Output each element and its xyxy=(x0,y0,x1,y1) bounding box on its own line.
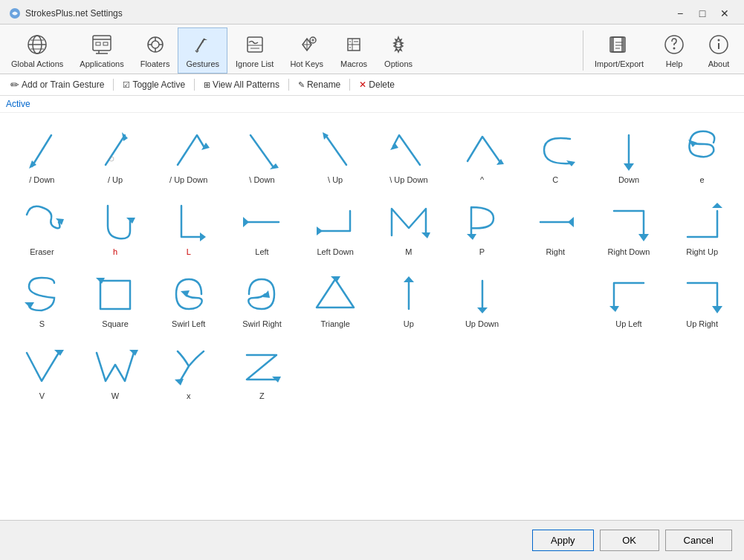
rename-button[interactable]: ✎ Rename xyxy=(294,78,345,91)
rename-icon: ✎ xyxy=(298,80,305,90)
gesture-e[interactable]: e xyxy=(666,119,738,189)
action-bar: ✏ Add or Train Gesture ☑ Toggle Active ⊞… xyxy=(0,74,744,96)
rename-label: Rename xyxy=(307,79,340,90)
toolbar-import-export[interactable]: Import/Export xyxy=(586,27,652,74)
gesture-left-label: Left xyxy=(255,247,268,256)
svg-rect-8 xyxy=(96,42,100,45)
hotkey-icon xyxy=(295,33,319,56)
gesture-slash-up-down-label: / Up Down xyxy=(169,175,207,184)
svg-point-13 xyxy=(152,41,159,48)
add-train-gesture-button[interactable]: ✏ Add or Train Gesture xyxy=(6,77,109,92)
gesture-swirl-left[interactable]: Swirl Left xyxy=(152,263,224,333)
view-all-patterns-button[interactable]: ⊞ View All Patterns xyxy=(199,78,284,91)
patterns-icon: ⊞ xyxy=(204,80,210,90)
gesture-right-up[interactable]: Right Up xyxy=(666,191,738,261)
gesture-triangle[interactable]: Triangle xyxy=(300,263,372,333)
gesture-up[interactable]: Up xyxy=(372,263,444,333)
importexport-icon xyxy=(607,33,631,56)
toolbar-floaters[interactable]: Floaters xyxy=(132,27,178,74)
gesture-z[interactable]: Z xyxy=(226,335,298,406)
toggle-icon: ☑ xyxy=(123,80,130,90)
gesture-left[interactable]: Left xyxy=(226,191,298,261)
add-icon: ✏ xyxy=(10,79,19,91)
action-separator-3 xyxy=(288,79,289,91)
app-toolbar-icon xyxy=(90,33,114,56)
toolbar-hot-keys[interactable]: Hot Keys xyxy=(282,27,331,74)
gesture-square-label: Square xyxy=(102,319,128,328)
gesture-c[interactable]: C xyxy=(520,119,592,189)
active-section-label: Active xyxy=(0,96,744,113)
svg-marker-74 xyxy=(54,350,64,356)
toggle-active-button[interactable]: ☑ Toggle Active xyxy=(118,78,190,91)
svg-rect-9 xyxy=(103,42,108,45)
gesture-w[interactable]: W xyxy=(80,335,152,406)
apply-button[interactable]: Apply xyxy=(532,530,594,551)
ok-button[interactable]: OK xyxy=(600,530,659,551)
svg-marker-57 xyxy=(200,232,206,241)
toolbar-options[interactable]: Options xyxy=(376,27,421,74)
gesture-right-down[interactable]: Right Down xyxy=(593,191,665,261)
gesture-v-label: V xyxy=(39,391,45,400)
action-separator-4 xyxy=(349,79,350,91)
gesture-eraser[interactable]: Eraser xyxy=(6,191,78,261)
gesture-square[interactable]: Square xyxy=(80,263,152,333)
toolbar-applications[interactable]: Applications xyxy=(71,27,132,74)
toolbar-help[interactable]: Help xyxy=(652,27,696,74)
gesture-s[interactable]: S xyxy=(6,263,78,333)
delete-label: Delete xyxy=(369,79,395,90)
gesture-triangle-label: Triangle xyxy=(320,319,349,328)
svg-marker-76 xyxy=(175,379,184,385)
gesture-s-label: S xyxy=(39,319,45,328)
gesture-backslash-up-down[interactable]: \ Up Down xyxy=(372,119,444,189)
svg-marker-53 xyxy=(624,163,634,171)
app-icon xyxy=(9,7,21,19)
bottom-bar: Apply OK Cancel xyxy=(0,520,744,560)
toolbar: Global Actions Applications xyxy=(0,25,744,74)
gesture-backslash-up[interactable]: \ Up xyxy=(300,119,372,189)
gesture-slash-up[interactable]: / Up xyxy=(80,119,152,189)
gesture-l[interactable]: L xyxy=(152,191,224,261)
window-controls[interactable]: − □ ✕ xyxy=(670,6,735,21)
toolbar-global-actions[interactable]: Global Actions xyxy=(3,27,71,74)
toolbar-import-export-label: Import/Export xyxy=(595,59,644,68)
minimize-button[interactable]: − xyxy=(670,6,690,21)
maximize-button[interactable]: □ xyxy=(692,6,713,21)
gesture-p[interactable]: P xyxy=(446,191,518,261)
gesture-down[interactable]: Down xyxy=(593,119,665,189)
svg-marker-68 xyxy=(262,290,270,298)
svg-marker-61 xyxy=(467,234,476,240)
gesture-l-label: L xyxy=(187,247,191,256)
gesture-x[interactable]: x xyxy=(152,335,224,406)
toolbar-macros-label: Macros xyxy=(340,59,367,68)
gesture-up-down[interactable]: Up Down xyxy=(446,263,518,333)
svg-marker-71 xyxy=(477,307,488,313)
gesture-up-right[interactable]: Up Right xyxy=(666,263,738,333)
floater-icon xyxy=(143,33,167,56)
gesture-h[interactable]: h xyxy=(80,191,152,261)
toolbar-gestures-label: Gestures xyxy=(186,59,219,68)
toolbar-floaters-label: Floaters xyxy=(140,59,170,68)
toolbar-macros[interactable]: Macros xyxy=(331,27,376,74)
gesture-slash-up-down[interactable]: / Up Down xyxy=(152,119,224,189)
cancel-button[interactable]: Cancel xyxy=(665,530,732,551)
active-label: Active xyxy=(6,99,30,109)
about-icon xyxy=(707,33,731,56)
gesture-caret[interactable]: ^ xyxy=(446,119,518,189)
options-icon xyxy=(386,33,410,56)
gesture-m[interactable]: M xyxy=(372,191,444,261)
gesture-backslash-down[interactable]: \ Down xyxy=(226,119,298,189)
toolbar-global-actions-label: Global Actions xyxy=(11,59,63,68)
title-bar: StrokesPlus.net Settings − □ ✕ xyxy=(0,0,744,25)
gesture-left-down[interactable]: Left Down xyxy=(300,191,372,261)
gesture-v[interactable]: V xyxy=(6,335,78,406)
gesture-swirl-right[interactable]: Swirl Right xyxy=(226,263,298,333)
gesture-slash-down[interactable]: / Down xyxy=(6,119,78,189)
toolbar-ignore-list[interactable]: Ignore List xyxy=(227,27,282,74)
delete-button[interactable]: ✕ Delete xyxy=(355,78,399,91)
gesture-up-right-label: Up Right xyxy=(686,319,718,328)
toolbar-about[interactable]: About xyxy=(696,27,741,74)
gesture-up-left[interactable]: Up Left xyxy=(593,263,665,333)
toolbar-gestures[interactable]: Gestures xyxy=(178,27,227,74)
close-button[interactable]: ✕ xyxy=(714,6,735,21)
gesture-right[interactable]: Right xyxy=(520,191,592,261)
